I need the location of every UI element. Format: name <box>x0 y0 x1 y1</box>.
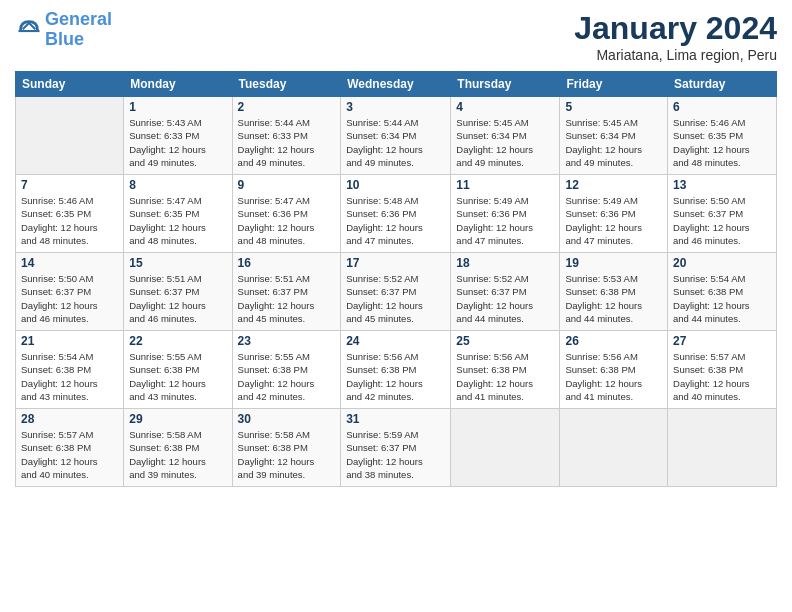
header-cell-wednesday: Wednesday <box>341 72 451 97</box>
day-number: 16 <box>238 256 336 270</box>
day-info: Sunrise: 5:56 AMSunset: 6:38 PMDaylight:… <box>456 350 554 403</box>
day-number: 29 <box>129 412 226 426</box>
logo-icon <box>15 16 43 44</box>
calendar-table: SundayMondayTuesdayWednesdayThursdayFrid… <box>15 71 777 487</box>
day-cell: 31Sunrise: 5:59 AMSunset: 6:37 PMDayligh… <box>341 409 451 487</box>
day-cell: 24Sunrise: 5:56 AMSunset: 6:38 PMDayligh… <box>341 331 451 409</box>
day-cell: 4Sunrise: 5:45 AMSunset: 6:34 PMDaylight… <box>451 97 560 175</box>
day-number: 28 <box>21 412 118 426</box>
header-cell-thursday: Thursday <box>451 72 560 97</box>
day-cell: 1Sunrise: 5:43 AMSunset: 6:33 PMDaylight… <box>124 97 232 175</box>
day-info: Sunrise: 5:43 AMSunset: 6:33 PMDaylight:… <box>129 116 226 169</box>
title-block: January 2024 Mariatana, Lima region, Per… <box>574 10 777 63</box>
day-number: 15 <box>129 256 226 270</box>
day-info: Sunrise: 5:52 AMSunset: 6:37 PMDaylight:… <box>346 272 445 325</box>
day-info: Sunrise: 5:51 AMSunset: 6:37 PMDaylight:… <box>129 272 226 325</box>
day-info: Sunrise: 5:44 AMSunset: 6:33 PMDaylight:… <box>238 116 336 169</box>
day-number: 7 <box>21 178 118 192</box>
day-number: 10 <box>346 178 445 192</box>
calendar-body: 1Sunrise: 5:43 AMSunset: 6:33 PMDaylight… <box>16 97 777 487</box>
day-cell: 2Sunrise: 5:44 AMSunset: 6:33 PMDaylight… <box>232 97 341 175</box>
day-info: Sunrise: 5:56 AMSunset: 6:38 PMDaylight:… <box>565 350 662 403</box>
header-cell-monday: Monday <box>124 72 232 97</box>
day-cell: 26Sunrise: 5:56 AMSunset: 6:38 PMDayligh… <box>560 331 668 409</box>
day-info: Sunrise: 5:48 AMSunset: 6:36 PMDaylight:… <box>346 194 445 247</box>
day-cell: 16Sunrise: 5:51 AMSunset: 6:37 PMDayligh… <box>232 253 341 331</box>
day-number: 25 <box>456 334 554 348</box>
day-cell <box>451 409 560 487</box>
day-info: Sunrise: 5:49 AMSunset: 6:36 PMDaylight:… <box>565 194 662 247</box>
svg-rect-1 <box>19 30 40 32</box>
day-cell: 14Sunrise: 5:50 AMSunset: 6:37 PMDayligh… <box>16 253 124 331</box>
day-cell: 18Sunrise: 5:52 AMSunset: 6:37 PMDayligh… <box>451 253 560 331</box>
day-number: 21 <box>21 334 118 348</box>
day-cell: 3Sunrise: 5:44 AMSunset: 6:34 PMDaylight… <box>341 97 451 175</box>
day-cell: 12Sunrise: 5:49 AMSunset: 6:36 PMDayligh… <box>560 175 668 253</box>
day-number: 11 <box>456 178 554 192</box>
day-info: Sunrise: 5:55 AMSunset: 6:38 PMDaylight:… <box>238 350 336 403</box>
day-cell: 25Sunrise: 5:56 AMSunset: 6:38 PMDayligh… <box>451 331 560 409</box>
day-info: Sunrise: 5:47 AMSunset: 6:35 PMDaylight:… <box>129 194 226 247</box>
logo-line1: General <box>45 9 112 29</box>
day-info: Sunrise: 5:56 AMSunset: 6:38 PMDaylight:… <box>346 350 445 403</box>
day-cell <box>16 97 124 175</box>
header-row: SundayMondayTuesdayWednesdayThursdayFrid… <box>16 72 777 97</box>
day-info: Sunrise: 5:53 AMSunset: 6:38 PMDaylight:… <box>565 272 662 325</box>
day-cell: 22Sunrise: 5:55 AMSunset: 6:38 PMDayligh… <box>124 331 232 409</box>
day-info: Sunrise: 5:47 AMSunset: 6:36 PMDaylight:… <box>238 194 336 247</box>
day-number: 2 <box>238 100 336 114</box>
day-info: Sunrise: 5:59 AMSunset: 6:37 PMDaylight:… <box>346 428 445 481</box>
week-row-5: 28Sunrise: 5:57 AMSunset: 6:38 PMDayligh… <box>16 409 777 487</box>
day-number: 14 <box>21 256 118 270</box>
day-cell: 20Sunrise: 5:54 AMSunset: 6:38 PMDayligh… <box>668 253 777 331</box>
day-number: 22 <box>129 334 226 348</box>
day-cell: 17Sunrise: 5:52 AMSunset: 6:37 PMDayligh… <box>341 253 451 331</box>
day-info: Sunrise: 5:46 AMSunset: 6:35 PMDaylight:… <box>21 194 118 247</box>
day-number: 6 <box>673 100 771 114</box>
day-number: 3 <box>346 100 445 114</box>
table-header: SundayMondayTuesdayWednesdayThursdayFrid… <box>16 72 777 97</box>
day-number: 17 <box>346 256 445 270</box>
day-cell <box>668 409 777 487</box>
day-cell: 7Sunrise: 5:46 AMSunset: 6:35 PMDaylight… <box>16 175 124 253</box>
day-number: 26 <box>565 334 662 348</box>
week-row-1: 1Sunrise: 5:43 AMSunset: 6:33 PMDaylight… <box>16 97 777 175</box>
day-cell: 28Sunrise: 5:57 AMSunset: 6:38 PMDayligh… <box>16 409 124 487</box>
day-info: Sunrise: 5:49 AMSunset: 6:36 PMDaylight:… <box>456 194 554 247</box>
day-number: 24 <box>346 334 445 348</box>
day-number: 12 <box>565 178 662 192</box>
day-cell: 8Sunrise: 5:47 AMSunset: 6:35 PMDaylight… <box>124 175 232 253</box>
day-cell: 19Sunrise: 5:53 AMSunset: 6:38 PMDayligh… <box>560 253 668 331</box>
day-cell: 10Sunrise: 5:48 AMSunset: 6:36 PMDayligh… <box>341 175 451 253</box>
logo-text: General Blue <box>45 10 112 50</box>
week-row-2: 7Sunrise: 5:46 AMSunset: 6:35 PMDaylight… <box>16 175 777 253</box>
day-number: 8 <box>129 178 226 192</box>
day-info: Sunrise: 5:45 AMSunset: 6:34 PMDaylight:… <box>565 116 662 169</box>
logo-line2: Blue <box>45 29 84 49</box>
day-cell: 11Sunrise: 5:49 AMSunset: 6:36 PMDayligh… <box>451 175 560 253</box>
day-number: 18 <box>456 256 554 270</box>
day-info: Sunrise: 5:50 AMSunset: 6:37 PMDaylight:… <box>21 272 118 325</box>
day-cell: 6Sunrise: 5:46 AMSunset: 6:35 PMDaylight… <box>668 97 777 175</box>
header: General Blue January 2024 Mariatana, Lim… <box>15 10 777 63</box>
day-cell: 21Sunrise: 5:54 AMSunset: 6:38 PMDayligh… <box>16 331 124 409</box>
day-cell: 9Sunrise: 5:47 AMSunset: 6:36 PMDaylight… <box>232 175 341 253</box>
day-cell: 5Sunrise: 5:45 AMSunset: 6:34 PMDaylight… <box>560 97 668 175</box>
day-info: Sunrise: 5:44 AMSunset: 6:34 PMDaylight:… <box>346 116 445 169</box>
day-cell: 29Sunrise: 5:58 AMSunset: 6:38 PMDayligh… <box>124 409 232 487</box>
day-info: Sunrise: 5:45 AMSunset: 6:34 PMDaylight:… <box>456 116 554 169</box>
day-number: 13 <box>673 178 771 192</box>
day-info: Sunrise: 5:55 AMSunset: 6:38 PMDaylight:… <box>129 350 226 403</box>
day-info: Sunrise: 5:50 AMSunset: 6:37 PMDaylight:… <box>673 194 771 247</box>
day-info: Sunrise: 5:57 AMSunset: 6:38 PMDaylight:… <box>673 350 771 403</box>
day-number: 1 <box>129 100 226 114</box>
day-number: 19 <box>565 256 662 270</box>
day-info: Sunrise: 5:52 AMSunset: 6:37 PMDaylight:… <box>456 272 554 325</box>
week-row-3: 14Sunrise: 5:50 AMSunset: 6:37 PMDayligh… <box>16 253 777 331</box>
day-number: 30 <box>238 412 336 426</box>
day-cell: 27Sunrise: 5:57 AMSunset: 6:38 PMDayligh… <box>668 331 777 409</box>
logo: General Blue <box>15 10 112 50</box>
day-info: Sunrise: 5:54 AMSunset: 6:38 PMDaylight:… <box>673 272 771 325</box>
day-info: Sunrise: 5:58 AMSunset: 6:38 PMDaylight:… <box>129 428 226 481</box>
day-info: Sunrise: 5:58 AMSunset: 6:38 PMDaylight:… <box>238 428 336 481</box>
